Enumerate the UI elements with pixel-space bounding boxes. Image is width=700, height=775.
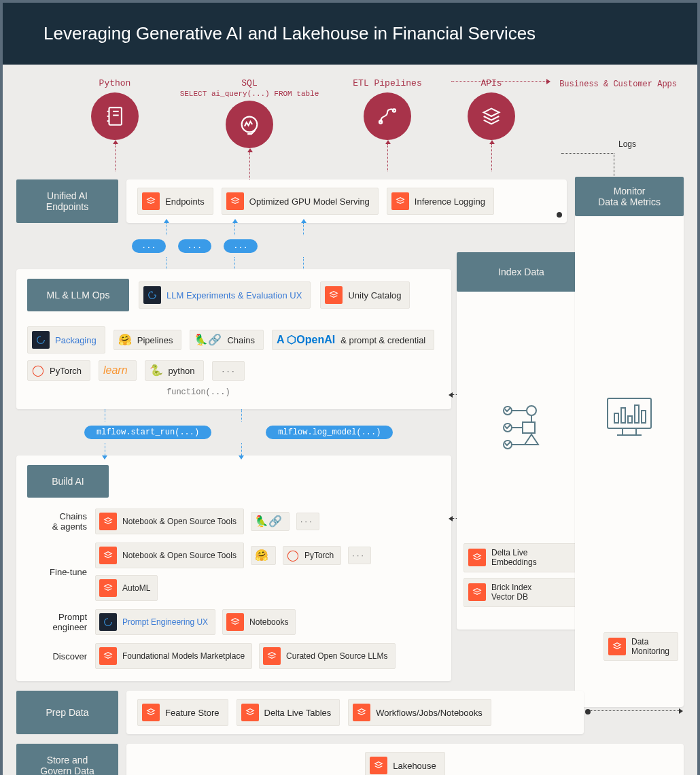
unified-endpoints-body: Endpoints Optimized GPU Model Serving In… xyxy=(126,179,567,223)
store-data-label: Store and Govern Data xyxy=(16,744,118,775)
prep-data-label: Prep Data xyxy=(16,691,118,734)
chip-openai-prompt: A ⬡OpenAI& prompt & credential xyxy=(272,330,434,350)
mlops-label: ML & LLM Ops xyxy=(27,279,129,311)
index-diagram-icon xyxy=(494,400,548,455)
chip-more: · · · xyxy=(348,547,371,564)
svg-point-8 xyxy=(393,109,396,111)
row-finetune-chips: Notebook & Open Source Tools 🤗 ◯PyTorch … xyxy=(95,542,440,601)
connector-arrow xyxy=(249,152,250,179)
mlflow-icon xyxy=(32,331,50,349)
databricks-icon xyxy=(391,192,409,210)
access-etl-label: ETL Pipelines xyxy=(340,78,435,88)
unified-endpoints-row: Unified AI Endpoints Endpoints Optimized… xyxy=(16,179,567,223)
row-prompt-chips: Prompt Engineering UX Notebooks xyxy=(95,609,440,635)
blue-pill: ... xyxy=(132,239,166,253)
prep-to-monitor-arrow xyxy=(591,710,679,711)
chip-llm-experiments: LLM Experiments & Evaluation UX xyxy=(139,281,311,309)
access-python-label: Python xyxy=(71,78,159,88)
chip-inference-logging: Inference Logging xyxy=(387,188,494,215)
svg-rect-27 xyxy=(642,411,646,423)
chip-vector-db: Brick Index Vector DB xyxy=(463,578,579,607)
chip-chains: 🦜🔗Chains xyxy=(190,330,263,350)
access-sql: SQL SELECT ai_query(...) FROM table xyxy=(171,78,328,179)
svg-rect-23 xyxy=(614,413,618,423)
function-label: function(...) xyxy=(167,388,440,397)
svg-rect-0 xyxy=(109,107,122,125)
access-sql-sub: SELECT ai_query(...) FROM table xyxy=(171,90,328,98)
langchain-icon: 🦜🔗 xyxy=(194,334,222,345)
databricks-icon xyxy=(325,286,343,304)
row-discover-label: Discover xyxy=(27,651,95,661)
diagram-content: Python SQL SELECT ai_query(...) FROM tab… xyxy=(3,65,697,775)
stack-icon xyxy=(468,92,515,140)
chip-delta-embeddings: Delta Live Embeddings xyxy=(463,543,579,572)
index-data-label: Index Data xyxy=(457,252,586,292)
row-discover-chips: Foundational Models Marketplace Curated … xyxy=(95,643,440,669)
api-to-apps-arrow xyxy=(451,81,546,82)
chip-workflows: Workflows/Jobs/Notebooks xyxy=(348,699,491,726)
databricks-icon xyxy=(142,192,160,210)
databricks-icon xyxy=(241,704,259,721)
chip-notebooks: Notebooks xyxy=(222,609,296,635)
chip-pipelines: 🤗Pipelines xyxy=(113,330,182,350)
index-data-panel: Index Data Delta Live Embeddings Brick I… xyxy=(457,252,586,630)
pipeline-icon xyxy=(364,92,411,140)
prep-data-row: Prep Data Feature Store Delta Live Table… xyxy=(16,691,584,734)
mlops-panel: ML & LLM Ops LLM Experiments & Evaluatio… xyxy=(16,269,451,409)
chip-more: · · · xyxy=(212,361,245,381)
chip-delta-live-tables: Delta Live Tables xyxy=(237,699,340,726)
databricks-icon xyxy=(99,647,117,665)
monitor-column: Monitor Data & Metrics xyxy=(575,177,684,707)
chip-notebook-tools: Notebook & Open Source Tools xyxy=(95,509,244,534)
chip-more: · · · xyxy=(296,513,319,530)
azure-openai-icon: A ⬡OpenAI xyxy=(277,334,335,345)
databricks-icon xyxy=(226,192,244,210)
row-chains-label: Chains & agents xyxy=(27,511,95,532)
connector-arrow xyxy=(387,144,388,171)
chip-feature-store: Feature Store xyxy=(137,699,228,726)
databricks-icon xyxy=(263,647,281,665)
chip-curated-llms: Curated Open Source LLMs xyxy=(259,643,395,669)
monitor-label: Monitor Data & Metrics xyxy=(575,177,684,216)
huggingface-icon: 🤗 xyxy=(118,334,132,345)
mlflow-log-model: mlflow.log_model(...) xyxy=(266,426,393,439)
databricks-icon xyxy=(142,704,160,721)
svg-rect-24 xyxy=(621,408,625,423)
row-finetune-label: Fine-tune xyxy=(27,567,95,577)
prep-data-body: Feature Store Delta Live Tables Workflow… xyxy=(126,691,584,734)
chip-langchain: 🦜🔗 xyxy=(251,512,290,531)
mlflow-icon xyxy=(99,613,117,631)
blue-pill: ... xyxy=(178,239,212,253)
chip-packaging: Packaging xyxy=(27,326,105,354)
chip-pytorch: ◯PyTorch xyxy=(283,546,341,565)
databricks-icon xyxy=(226,613,244,631)
chip-lakehouse: Lakehouse xyxy=(365,752,445,775)
chip-automl: AutoML xyxy=(95,575,158,601)
mlops-row-1: Packaging 🤗Pipelines 🦜🔗Chains A ⬡OpenAI&… xyxy=(27,326,440,354)
monitor-panel: Monitor Data & Metrics xyxy=(575,177,684,707)
chip-endpoints: Endpoints xyxy=(137,188,213,215)
query-icon xyxy=(226,101,273,148)
huggingface-icon: 🤗 xyxy=(255,550,268,561)
blue-pill: ... xyxy=(224,239,258,253)
unified-endpoints-label: Unified AI Endpoints xyxy=(16,179,118,223)
mlflow-start-run: mlflow.start_run(...) xyxy=(84,426,211,439)
databricks-icon xyxy=(99,547,117,564)
dashboard-icon xyxy=(602,393,657,441)
mlflow-icon xyxy=(143,286,161,304)
build-ai-panel: Build AI Chains & agents Notebook & Open… xyxy=(16,455,451,681)
connector-arrow xyxy=(491,144,492,171)
langchain-icon: 🦜🔗 xyxy=(255,516,282,527)
chip-pytorch: ◯PyTorch xyxy=(27,360,90,381)
connector-arrow xyxy=(115,144,116,171)
connector-dot xyxy=(557,212,562,218)
chip-data-monitoring: Data Monitoring xyxy=(603,632,678,661)
chip-huggingface: 🤗 xyxy=(251,546,276,565)
chip-prompt-ux: Prompt Engineering UX xyxy=(95,609,215,635)
store-data-row: Store and Govern Data Lakehouse xyxy=(16,744,684,775)
databricks-icon xyxy=(608,638,626,655)
access-python: Python xyxy=(71,78,159,179)
chip-gpu-serving: Optimized GPU Model Serving xyxy=(222,188,379,215)
mlops-row-2: ◯PyTorch learn 🐍python · · · xyxy=(27,360,440,381)
business-apps-label: Business & Customer Apps xyxy=(559,80,677,89)
